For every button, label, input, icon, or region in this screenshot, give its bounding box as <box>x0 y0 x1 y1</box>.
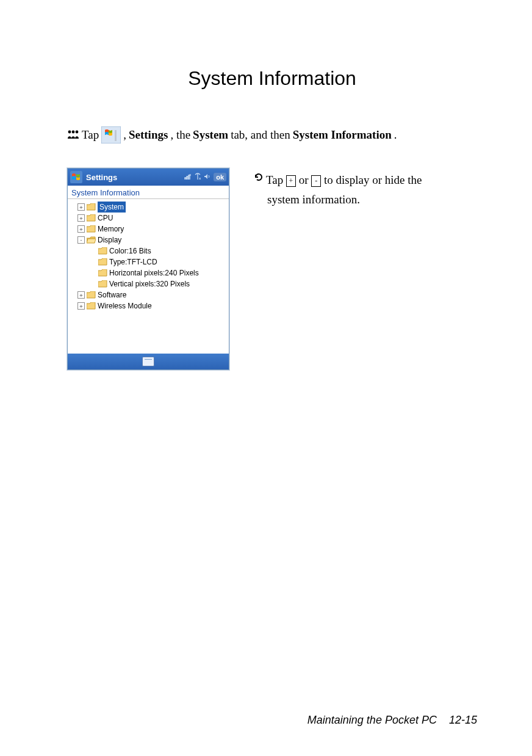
tree-node-hpixels[interactable]: Horizontal pixels:240 Pixels <box>69 267 228 278</box>
tree-node-wireless[interactable]: + Wireless Module <box>69 300 228 311</box>
collapse-icon[interactable]: - <box>77 236 85 244</box>
tree-label: Software <box>98 289 126 300</box>
footer-page: 12-15 <box>449 714 477 726</box>
app-header: System Information <box>68 186 229 199</box>
folder-icon <box>87 214 96 222</box>
page-title: System Information <box>67 67 477 90</box>
expand-icon[interactable]: + <box>77 302 85 310</box>
plus-box-icon: + <box>286 175 296 187</box>
settings-word: Settings <box>129 128 168 142</box>
note-mid: or <box>296 173 311 186</box>
expand-icon[interactable]: + <box>77 203 85 211</box>
system-information-word: System Information <box>293 128 392 142</box>
note-line2: system information. <box>254 190 477 209</box>
tree-view[interactable]: + System + CPU + <box>68 199 229 354</box>
tree-node-software[interactable]: + Software <box>69 289 228 300</box>
svg-point-0 <box>68 130 71 133</box>
folder-icon <box>87 203 96 211</box>
minus-box-icon: - <box>311 175 321 187</box>
sep3: tab, and then <box>231 128 290 142</box>
sep2: , the <box>170 128 190 142</box>
folder-icon <box>87 291 96 299</box>
tree-node-vpixels[interactable]: Vertical pixels:320 Pixels <box>69 278 228 289</box>
page-footer: Maintaining the Pocket PC 12-15 <box>307 714 477 727</box>
tree-node-system[interactable]: + System <box>69 202 228 213</box>
svg-rect-4 <box>115 130 117 141</box>
titlebar-status-icons: x x ok <box>184 173 226 181</box>
folder-icon <box>98 258 107 266</box>
tree-label: Color:16 Bits <box>109 245 151 256</box>
tap-word: Tap <box>82 128 99 142</box>
tree-label: System <box>98 202 126 213</box>
expand-icon[interactable]: + <box>77 291 85 299</box>
instruction-line: Tap , Settings, the System tab, and then… <box>67 126 477 144</box>
tree-node-color[interactable]: Color:16 Bits <box>69 245 228 256</box>
tree-label: Type:TFT-LCD <box>109 256 157 267</box>
windows-start-icon[interactable] <box>70 171 82 183</box>
note-column: Tap + or - to display or hide the system… <box>254 168 477 210</box>
expand-icon[interactable]: + <box>77 214 85 222</box>
tree-node-cpu[interactable]: + CPU <box>69 213 228 224</box>
ok-button[interactable]: ok <box>214 173 226 181</box>
tree-node-type[interactable]: Type:TFT-LCD <box>69 256 228 267</box>
tree-node-memory[interactable]: + Memory <box>69 224 228 234</box>
expand-icon[interactable]: + <box>77 225 85 233</box>
tree-label: Vertical pixels:320 Pixels <box>109 278 190 289</box>
folder-icon <box>98 247 107 255</box>
note-suffix: to display or hide the <box>321 173 422 186</box>
instr-end: . <box>394 128 397 142</box>
device-titlebar: Settings x x ok <box>68 169 229 186</box>
tree-label: Display <box>98 234 121 245</box>
tree-label: Horizontal pixels:240 Pixels <box>109 267 199 278</box>
windows-start-icon <box>101 126 121 144</box>
device-screenshot: Settings x x ok System Information <box>67 168 229 370</box>
device-bottombar <box>68 354 229 369</box>
tree-label: Wireless Module <box>98 300 152 311</box>
note-prefix: Tap <box>266 173 286 186</box>
svg-point-2 <box>76 130 79 133</box>
refresh-icon <box>254 170 264 187</box>
svg-point-1 <box>72 130 75 133</box>
folder-icon <box>98 280 107 288</box>
folder-icon <box>87 225 96 233</box>
persons-icon <box>67 129 79 141</box>
titlebar-label: Settings <box>86 173 181 182</box>
footer-text: Maintaining the Pocket PC <box>307 714 437 726</box>
antenna-icon: x <box>194 173 201 181</box>
keyboard-icon[interactable] <box>142 357 154 366</box>
svg-text:x: x <box>199 176 201 180</box>
tree-label: Memory <box>98 224 124 234</box>
svg-text:x: x <box>189 173 192 176</box>
tree-label: CPU <box>98 213 113 224</box>
signal-icon: x <box>184 173 192 181</box>
sep1: , <box>123 128 126 142</box>
folder-open-icon <box>87 236 96 244</box>
speaker-icon <box>204 173 211 181</box>
tree-node-display[interactable]: - Display <box>69 234 228 245</box>
system-tab-word: System <box>193 128 228 142</box>
folder-icon <box>98 269 107 277</box>
folder-icon <box>87 302 96 310</box>
